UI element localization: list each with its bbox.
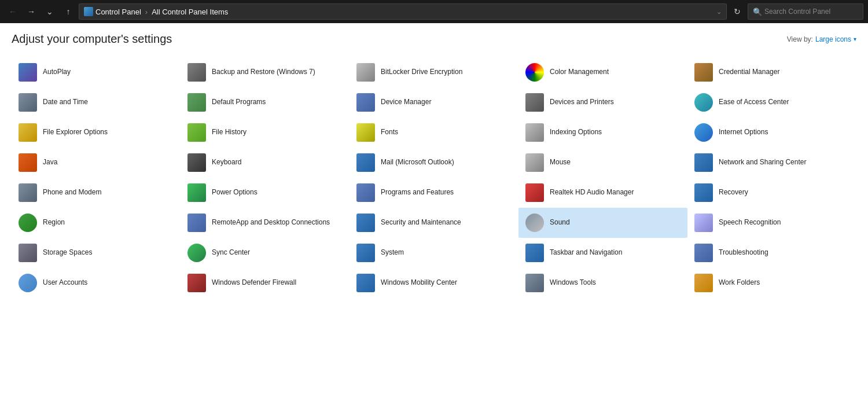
keyboard-label: Keyboard — [212, 158, 241, 167]
refresh-button[interactable]: ↻ — [729, 3, 745, 20]
file-history-label: File History — [212, 128, 247, 137]
work-icon — [694, 274, 713, 292]
main-area: Adjust your computer's settings View by:… — [0, 23, 868, 307]
item-user[interactable]: User Accounts — [12, 268, 181, 298]
date-label: Date and Time — [43, 98, 88, 107]
item-credential[interactable]: Credential Manager — [687, 57, 856, 87]
color-icon — [525, 63, 544, 82]
item-work[interactable]: Work Folders — [687, 268, 856, 298]
item-programs[interactable]: Programs and Features — [350, 178, 518, 208]
item-system[interactable]: System — [350, 238, 518, 268]
device-mgr-label: Device Manager — [381, 98, 431, 107]
toolbar: ← → ⌄ ↑ Control Panel › All Control Pane… — [0, 0, 868, 23]
storage-icon — [19, 244, 37, 262]
item-fonts[interactable]: Fonts — [350, 117, 518, 148]
item-keyboard[interactable]: Keyboard — [181, 148, 350, 178]
search-box[interactable]: 🔍 Search Control Panel — [748, 3, 863, 20]
network-label: Network and Sharing Center — [719, 158, 806, 167]
item-mail[interactable]: Mail (Microsoft Outlook) — [350, 148, 518, 178]
item-mouse[interactable]: Mouse — [518, 148, 687, 178]
file-explorer-label: File Explorer Options — [43, 128, 108, 137]
item-indexing[interactable]: Indexing Options — [518, 117, 687, 148]
item-speech[interactable]: Speech Recognition — [687, 208, 856, 238]
view-by-value[interactable]: Large icons — [815, 35, 851, 43]
win-tools-icon — [525, 274, 544, 292]
item-phone[interactable]: Phone and Modem — [12, 178, 181, 208]
item-java[interactable]: Java — [12, 148, 181, 178]
indexing-icon — [525, 123, 544, 142]
up-button[interactable]: ↑ — [60, 3, 76, 20]
default-label: Default Programs — [212, 98, 266, 107]
ease-icon — [694, 93, 713, 112]
view-by-chevron-icon[interactable]: ▾ — [854, 36, 856, 42]
back-button[interactable]: ← — [5, 3, 21, 20]
address-part-1: Control Panel — [95, 8, 141, 16]
item-color[interactable]: Color Management — [518, 57, 687, 87]
forward-button[interactable]: → — [23, 3, 39, 20]
address-bar[interactable]: Control Panel › All Control Panel Items … — [79, 3, 727, 20]
item-date[interactable]: Date and Time — [12, 87, 181, 117]
remote-label: RemoteApp and Desktop Connections — [212, 218, 330, 227]
mail-icon — [356, 153, 375, 172]
item-default[interactable]: Default Programs — [181, 87, 350, 117]
sync-icon — [187, 244, 206, 262]
taskbar-label: Taskbar and Navigation — [550, 248, 622, 257]
search-icon: 🔍 — [753, 8, 762, 16]
item-win-mobility[interactable]: Windows Mobility Center — [350, 268, 518, 298]
page-title: Adjust your computer's settings — [12, 32, 172, 46]
troubleshoot-label: Troubleshooting — [719, 248, 768, 257]
page-header: Adjust your computer's settings View by:… — [12, 32, 856, 46]
item-bitlocker[interactable]: BitLocker Drive Encryption — [350, 57, 518, 87]
user-label: User Accounts — [43, 278, 87, 288]
address-chevron-icon: ⌄ — [716, 8, 722, 16]
item-recovery[interactable]: Recovery — [687, 178, 856, 208]
item-remote[interactable]: RemoteApp and Desktop Connections — [181, 208, 350, 238]
item-device-mgr[interactable]: Device Manager — [350, 87, 518, 117]
item-realtek[interactable]: Realtek HD Audio Manager — [518, 178, 687, 208]
item-ease[interactable]: Ease of Access Center — [687, 87, 856, 117]
win-tools-label: Windows Tools — [550, 278, 596, 288]
item-region[interactable]: Region — [12, 208, 181, 238]
ease-label: Ease of Access Center — [719, 98, 789, 107]
item-win-tools[interactable]: Windows Tools — [518, 268, 687, 298]
item-devices[interactable]: Devices and Printers — [518, 87, 687, 117]
speech-icon — [694, 214, 713, 232]
programs-icon — [356, 183, 375, 202]
search-placeholder: Search Control Panel — [764, 8, 830, 16]
item-security[interactable]: Security and Maintenance — [350, 208, 518, 238]
item-internet[interactable]: Internet Options — [687, 117, 856, 148]
region-icon — [19, 214, 37, 232]
item-backup[interactable]: Backup and Restore (Windows 7) — [181, 57, 350, 87]
date-icon — [19, 93, 37, 112]
system-icon — [356, 244, 375, 262]
remote-icon — [187, 214, 206, 232]
item-autoplay[interactable]: AutoPlay — [12, 57, 181, 87]
recent-locations-button[interactable]: ⌄ — [42, 3, 58, 20]
devices-icon — [525, 93, 544, 112]
address-part-2: All Control Panel Items — [152, 8, 228, 16]
win-defender-icon — [187, 274, 206, 292]
win-mobility-icon — [356, 274, 375, 292]
troubleshoot-icon — [694, 244, 713, 262]
credential-icon — [694, 63, 713, 82]
item-file-history[interactable]: File History — [181, 117, 350, 148]
security-icon — [356, 214, 375, 232]
item-sync[interactable]: Sync Center — [181, 238, 350, 268]
fonts-icon — [356, 123, 375, 142]
item-network[interactable]: Network and Sharing Center — [687, 148, 856, 178]
power-icon — [187, 183, 206, 202]
power-label: Power Options — [212, 188, 258, 197]
item-sound[interactable]: Sound — [518, 208, 687, 238]
item-taskbar[interactable]: Taskbar and Navigation — [518, 238, 687, 268]
mouse-label: Mouse — [550, 158, 571, 167]
java-icon — [19, 153, 37, 172]
item-power[interactable]: Power Options — [181, 178, 350, 208]
item-file-explorer[interactable]: File Explorer Options — [12, 117, 181, 148]
item-storage[interactable]: Storage Spaces — [12, 238, 181, 268]
item-win-defender[interactable]: Windows Defender Firewall — [181, 268, 350, 298]
control-panel-icon — [84, 7, 93, 16]
internet-label: Internet Options — [719, 128, 768, 137]
item-troubleshoot[interactable]: Troubleshooting — [687, 238, 856, 268]
work-label: Work Folders — [719, 278, 760, 288]
network-icon — [694, 153, 713, 172]
